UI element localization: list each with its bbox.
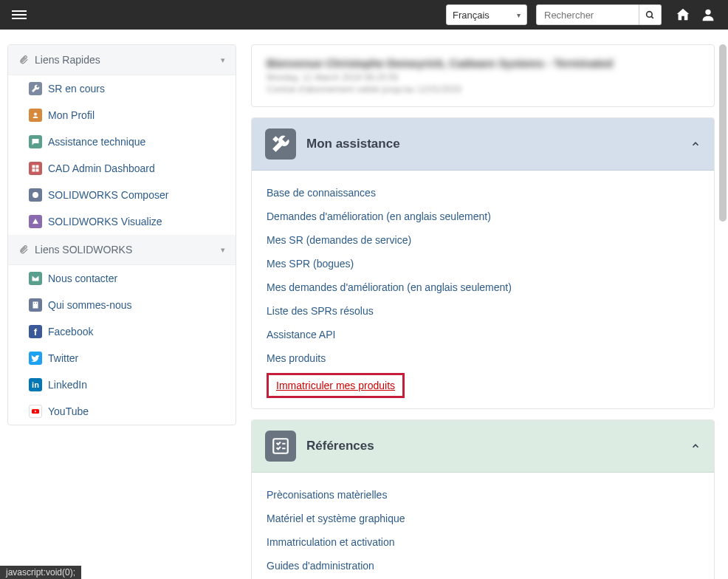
chevron-up-icon — [690, 139, 701, 149]
building-icon — [29, 298, 42, 312]
sidebar: Liens Rapides ▾ SR en cours Mon Profil A… — [0, 44, 244, 564]
item-label: SR en cours — [48, 83, 105, 95]
section-title: Liens Rapides — [35, 54, 221, 66]
item-label: SOLIDWORKS Composer — [48, 189, 168, 201]
chevron-up-icon — [690, 441, 701, 451]
profile-icon — [29, 109, 42, 122]
svg-rect-5 — [36, 165, 39, 168]
twitter-icon — [29, 352, 42, 365]
search-wrap — [536, 4, 662, 25]
link-base-connaissances[interactable]: Base de connaissances — [267, 181, 699, 205]
composer-icon — [29, 188, 42, 202]
item-label: Twitter — [48, 352, 78, 364]
user-button[interactable] — [700, 7, 716, 23]
home-button[interactable] — [675, 7, 691, 23]
item-label: SOLIDWORKS Visualize — [48, 216, 162, 227]
home-icon — [675, 7, 691, 23]
visualize-icon — [29, 215, 42, 228]
user-icon — [700, 7, 716, 23]
sidebar-item-sr-en-cours[interactable]: SR en cours — [8, 75, 236, 102]
item-label: Nous contacter — [48, 273, 117, 284]
sidebar-item-youtube[interactable]: YouTube — [8, 398, 236, 425]
svg-point-3 — [34, 113, 37, 116]
svg-rect-6 — [32, 169, 35, 172]
sidebar-item-linkedin[interactable]: in LinkedIn — [8, 371, 236, 398]
paperclip-icon — [18, 244, 29, 255]
sidebar-item-composer[interactable]: SOLIDWORKS Composer — [8, 182, 236, 208]
link-demandes-amelioration[interactable]: Demandes d'amélioration (en anglais seul… — [267, 205, 699, 228]
sidebar-item-mon-profil[interactable]: Mon Profil — [8, 102, 236, 129]
svg-point-8 — [32, 192, 38, 198]
sidebar-item-cad-admin[interactable]: CAD Admin Dashboard — [8, 155, 236, 182]
caret-down-icon: ▾ — [221, 245, 225, 255]
link-preconisations[interactable]: Prèconisations matèrielles — [267, 483, 699, 507]
language-select[interactable]: Français — [446, 4, 527, 25]
banner-line3: Contrat d'abonnement valide jusqu'au 12/… — [267, 84, 699, 95]
search-icon — [645, 10, 655, 20]
section-title: Liens SOLIDWORKS — [35, 244, 221, 256]
sidebar-item-twitter[interactable]: Twitter — [8, 345, 236, 371]
item-label: YouTube — [48, 405, 89, 417]
welcome-banner: Bienvenue Christophe Demeyrick, Cadware … — [251, 44, 715, 107]
search-button[interactable] — [639, 4, 662, 25]
link-mes-spr[interactable]: Mes SPR (bogues) — [267, 252, 699, 275]
svg-rect-10 — [34, 303, 35, 304]
panel-title: Références — [306, 439, 690, 453]
paperclip-icon — [18, 55, 29, 65]
panel-title: Mon assistance — [306, 137, 690, 151]
tools-icon — [265, 129, 296, 160]
caret-down-icon: ▾ — [221, 55, 225, 65]
link-immatriculation-activation[interactable]: Immatriculation et activation — [267, 530, 699, 554]
link-mes-sr[interactable]: Mes SR (demandes de service) — [267, 228, 699, 252]
status-bar: javascript:void(0); — [0, 566, 81, 579]
banner-line2: Monday, 11 March 2019 08:25:55 — [267, 72, 699, 83]
item-label: Mon Profil — [48, 109, 95, 121]
link-immatriculer-produits[interactable]: Immatriculer mes produits — [276, 378, 395, 393]
sidebar-item-visualize[interactable]: SOLIDWORKS Visualize — [8, 208, 236, 235]
link-liste-sprs[interactable]: Liste des SPRs résolus — [267, 299, 699, 323]
panel-mon-assistance: Mon assistance Base de connaissances Dem… — [251, 117, 715, 409]
item-label: Assistance technique — [48, 136, 145, 148]
search-input[interactable] — [536, 4, 639, 25]
svg-rect-7 — [36, 169, 39, 172]
contact-icon — [29, 272, 42, 285]
link-mes-produits[interactable]: Mes produits — [267, 346, 699, 370]
sidebar-item-assistance-technique[interactable]: Assistance technique — [8, 129, 236, 155]
dashboard-icon — [29, 162, 42, 175]
panel-header-references[interactable]: Références — [252, 420, 714, 473]
sidebar-section-liens-rapides[interactable]: Liens Rapides ▾ — [8, 45, 236, 75]
svg-rect-9 — [33, 302, 38, 309]
chat-icon — [29, 135, 42, 148]
item-label: Facebook — [48, 326, 93, 338]
link-assistance-api[interactable]: Assistance API — [267, 323, 699, 346]
scrollbar[interactable] — [719, 44, 727, 222]
svg-rect-11 — [36, 303, 37, 304]
panel-references: Références Prèconisations matèrielles Ma… — [251, 419, 715, 579]
item-label: CAD Admin Dashboard — [48, 162, 155, 174]
svg-line-1 — [651, 16, 653, 18]
highlight-box: Immatriculer mes produits — [267, 373, 405, 398]
checklist-icon — [265, 431, 296, 462]
menu-toggle[interactable] — [7, 4, 31, 26]
item-label: Qui sommes-nous — [48, 299, 132, 311]
topbar: Français — [0, 0, 728, 30]
sidebar-item-qui-sommes-nous[interactable]: Qui sommes-nous — [8, 292, 236, 318]
svg-rect-4 — [32, 165, 35, 168]
svg-point-2 — [705, 10, 710, 15]
language-value: Français — [453, 10, 490, 21]
main-content: Bienvenue Christophe Demeyrick, Cadware … — [244, 44, 728, 579]
item-label: LinkedIn — [48, 379, 87, 391]
link-mes-demandes[interactable]: Mes demandes d'amélioration (en anglais … — [267, 275, 699, 299]
sidebar-section-liens-solidworks[interactable]: Liens SOLIDWORKS ▾ — [8, 235, 236, 265]
facebook-icon: f — [29, 325, 42, 338]
panel-header-assistance[interactable]: Mon assistance — [252, 118, 714, 171]
linkedin-icon: in — [29, 378, 42, 391]
sidebar-item-facebook[interactable]: f Facebook — [8, 318, 236, 345]
link-guides-administration[interactable]: Guides d'administration — [267, 554, 699, 578]
link-materiel-graphique[interactable]: Matériel et système graphique — [267, 507, 699, 530]
sidebar-item-nous-contacter[interactable]: Nous contacter — [8, 265, 236, 292]
youtube-icon — [29, 405, 42, 418]
banner-line1: Bienvenue Christophe Demeyrick, Cadware … — [267, 57, 699, 69]
svg-point-0 — [647, 11, 653, 17]
svg-rect-13 — [273, 439, 288, 453]
